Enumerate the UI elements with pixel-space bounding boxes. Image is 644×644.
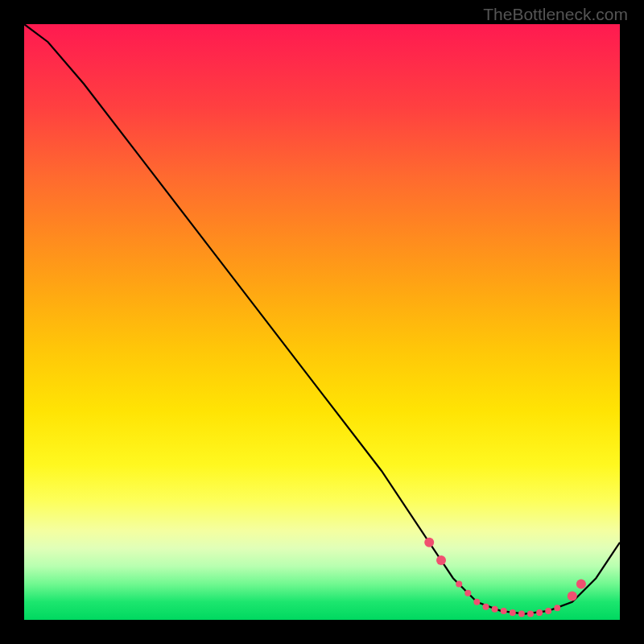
basin-marker [492, 606, 498, 613]
basin-marker [545, 608, 551, 614]
basin-marker [436, 555, 446, 565]
main-curve [24, 24, 620, 614]
basin-marker [501, 608, 507, 614]
basin-marker [464, 590, 471, 597]
basin-marker [456, 581, 462, 588]
basin-marker [483, 604, 489, 610]
chart-svg [24, 24, 620, 620]
basin-marker [568, 591, 577, 601]
basin-marker [527, 611, 534, 617]
basin-marker [554, 605, 560, 611]
basin-marker [473, 599, 480, 605]
curve-group [24, 24, 620, 614]
basin-marker [536, 609, 543, 616]
basin-marker [510, 609, 516, 616]
basin-marker [576, 580, 586, 589]
watermark-text: TheBottleneck.com [483, 5, 628, 24]
basin-marker [424, 538, 434, 547]
plot-area [24, 24, 620, 620]
basin-marker [518, 611, 525, 617]
